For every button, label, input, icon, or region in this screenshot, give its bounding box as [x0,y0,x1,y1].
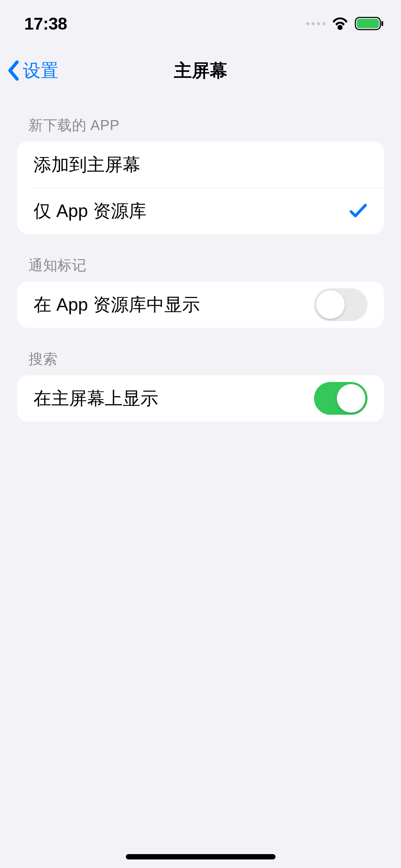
battery-icon [355,17,384,30]
status-indicators [306,17,384,30]
page-title: 主屏幕 [0,59,401,83]
svg-rect-2 [381,21,383,26]
option-label: 添加到主屏幕 [34,153,140,177]
option-add-to-home[interactable]: 添加到主屏幕 [17,141,384,188]
row-show-on-home: 在主屏幕上显示 [17,375,384,422]
toggle-knob [337,384,365,413]
chevron-left-icon [7,60,20,81]
toggle-knob [316,290,345,319]
group-search: 在主屏幕上显示 [17,375,384,422]
row-label: 在主屏幕上显示 [34,387,158,410]
settings-content: 新下载的 APP 添加到主屏幕 仅 App 资源库 通知标记 在 App 资源库… [0,94,401,422]
section-header-badges: 通知标记 [17,234,384,281]
status-time: 17:38 [24,14,67,33]
toggle-show-on-home[interactable] [314,382,367,415]
group-new-apps: 添加到主屏幕 仅 App 资源库 [17,141,384,234]
cellular-dots-icon [306,22,325,25]
checkmark-icon [349,202,367,219]
group-badges: 在 App 资源库中显示 [17,281,384,328]
navigation-bar: 设置 主屏幕 [0,47,401,94]
toggle-show-in-app-library[interactable] [314,288,367,321]
option-label: 仅 App 资源库 [34,199,146,223]
section-header-search: 搜索 [17,328,384,375]
back-button[interactable]: 设置 [7,59,58,83]
svg-rect-1 [357,19,379,28]
section-header-new-apps: 新下载的 APP [17,94,384,141]
row-label: 在 App 资源库中显示 [34,293,200,317]
status-bar: 17:38 [0,0,401,47]
back-label: 设置 [23,59,58,83]
option-app-library-only[interactable]: 仅 App 资源库 [17,188,384,234]
wifi-icon [331,17,349,30]
home-indicator[interactable] [126,854,276,859]
row-show-in-app-library: 在 App 资源库中显示 [17,281,384,328]
